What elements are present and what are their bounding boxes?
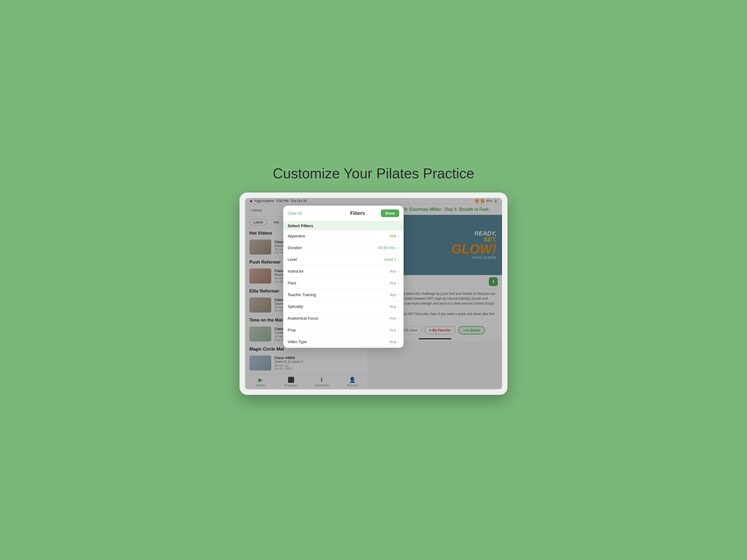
teacher-training-label: Teacher Training [288, 292, 390, 297]
filter-row-video-type[interactable]: Video Type Any › [283, 336, 404, 348]
filter-row-anatomical[interactable]: Anatomical Focus Any › [283, 312, 404, 324]
teacher-training-value: Any [390, 292, 396, 297]
ipad-frame: ◀ Yoga Anytime 5:58 PM Tue Oct 26 📶 📶 97… [239, 193, 508, 395]
anatomical-focus-value: Any [390, 316, 396, 321]
instructor-value: Any [390, 269, 396, 274]
anatomical-focus-label: Anatomical Focus [288, 316, 390, 321]
prop-value: Any [390, 328, 396, 332]
chevron-right-icon: › [398, 328, 399, 332]
chevron-right-icon: › [398, 246, 399, 250]
page-title: Customize Your Pilates Practice [273, 165, 474, 182]
duration-value: 40-60 min. [378, 246, 396, 250]
chevron-right-icon: › [398, 281, 399, 285]
filter-modal: Clear All Filters Done Select Filters Ap… [283, 206, 404, 348]
filter-row-apparatus[interactable]: Apparatus Mat › [283, 230, 404, 242]
prop-label: Prop [288, 328, 390, 332]
pace-label: Pace [288, 281, 390, 285]
chevron-right-icon: › [398, 316, 399, 321]
chevron-right-icon: › [398, 292, 399, 297]
specialty-value: Any [390, 304, 396, 309]
chevron-right-icon: › [398, 257, 399, 262]
apparatus-label: Apparatus [288, 234, 390, 238]
video-type-label: Video Type [288, 339, 390, 344]
chevron-right-icon: › [398, 304, 399, 309]
filter-row-prop[interactable]: Prop Any › [283, 324, 404, 336]
filter-modal-title: Filters [334, 210, 381, 216]
filter-row-duration[interactable]: Duration 40-60 min. › [283, 242, 404, 254]
filter-row-pace[interactable]: Pace Any › [283, 277, 404, 289]
level-label: Level [288, 257, 384, 262]
video-type-value: Any [390, 339, 396, 344]
chevron-right-icon: › [398, 339, 399, 344]
filter-row-teacher-training[interactable]: Teacher Training Any › [283, 289, 404, 301]
filter-section-label: Select Filters [283, 221, 404, 230]
filter-header: Clear All Filters Done [283, 206, 404, 221]
filter-row-level[interactable]: Level Level 2 › [283, 254, 404, 265]
pace-value: Any [390, 281, 396, 285]
ipad-screen: ◀ Yoga Anytime 5:58 PM Tue Oct 26 📶 📶 97… [245, 198, 502, 389]
specialty-label: Specialty [288, 304, 390, 309]
chevron-right-icon: › [398, 234, 399, 238]
filter-clear-button[interactable]: Clear All [288, 211, 334, 215]
level-value: Level 2 [384, 257, 396, 262]
filter-row-instructor[interactable]: Instructor Any › [283, 265, 404, 277]
filter-overlay: Clear All Filters Done Select Filters Ap… [245, 198, 502, 389]
instructor-label: Instructor [288, 269, 390, 274]
apparatus-value: Mat [390, 234, 396, 238]
filter-done-button[interactable]: Done [381, 209, 399, 217]
chevron-right-icon: › [398, 269, 399, 274]
filter-row-specialty[interactable]: Specialty Any › [283, 301, 404, 312]
duration-label: Duration [288, 246, 378, 250]
